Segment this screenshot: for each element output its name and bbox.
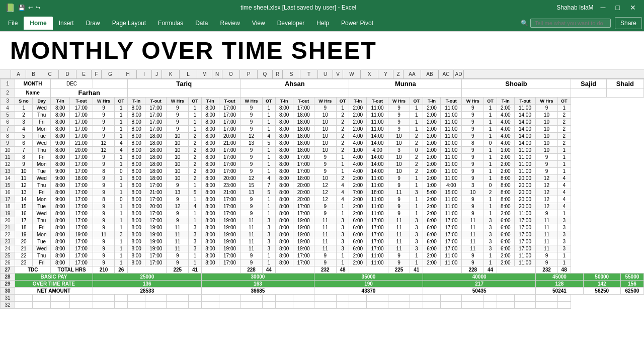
table-row: 52Thu8:0017:00918:0017:00918:0017:00918:… [1, 112, 644, 119]
tab-page-layout[interactable]: Page Layout [106, 17, 152, 30]
table-row: 2421Wed8:0017:00918:0019:001138:0019:001… [1, 245, 644, 252]
ribbon-search-input[interactable] [530, 19, 611, 28]
close-button[interactable]: ✕ [627, 3, 639, 13]
col-header-O: O [222, 70, 240, 78]
tab-draw[interactable]: Draw [80, 17, 106, 30]
window-title: time sheet.xlsx [Last saved by user] - E… [240, 4, 356, 11]
table-row: 118Fri8:0017:00918:0018:001028:0017:0091… [1, 154, 644, 161]
basic-pay-row: 28BASIC PAY25000300003500040000450005000… [1, 274, 644, 281]
table-row: 1613Fri8:0017:00918:0021:001358:0021:001… [1, 189, 644, 196]
col-header-B: B [26, 70, 41, 78]
quick-access-redo[interactable]: ↪ [36, 5, 40, 11]
tdc-row: 27TDCTOTAL HRS21026225412284423248225412… [1, 266, 644, 274]
col-header-S: S [283, 70, 300, 78]
col-header-V: V [333, 70, 343, 78]
user-name: Shahab IslaM [556, 4, 593, 11]
tab-developer[interactable]: Developer [271, 17, 311, 30]
col-header-AD: AD [454, 70, 464, 78]
ot-rate-row: 29OVER TIME RATE136163190217128142156 [1, 281, 644, 288]
table-row: 74Mon8:0017:00918:0017:00918:0017:00918:… [1, 126, 644, 133]
table-row: 2320Tue8:0017:00918:0019:001138:0019:001… [1, 238, 644, 245]
header-row-3: 3S noDayT-inT-outW HrsOTT-inT-outW HrsOT… [1, 98, 644, 105]
table-row: 1815Tue8:0017:00918:0020:001248:0017:009… [1, 203, 644, 210]
table-row: 96Wed9:0021:001248:0018:001028:0021:0013… [1, 140, 644, 147]
tab-data[interactable]: Data [189, 17, 214, 30]
col-header-L: L [180, 70, 197, 78]
table-row: 2623Fri8:0017:00918:0017:00918:0017:0091… [1, 259, 644, 266]
col-header-X: X [361, 70, 378, 78]
title-bar-right: Shahab IslaM ─ □ ✕ [556, 3, 639, 13]
excel-icon: 📗 [5, 3, 15, 13]
table-area[interactable]: 1MONTHDECTariqAhsanMunnaShoaibSajidShaid… [0, 79, 644, 362]
col-header-R: R [273, 70, 283, 78]
ribbon: File Home Insert Draw Page Layout Formul… [0, 15, 644, 32]
tab-file[interactable]: File [2, 17, 24, 30]
tab-review[interactable]: Review [214, 17, 246, 30]
col-header-C: C [41, 70, 59, 78]
tab-home[interactable]: Home [24, 17, 52, 30]
quick-access-save[interactable]: 💾 [18, 5, 25, 11]
col-header-J: J [152, 70, 162, 78]
col-header-D: D [59, 70, 76, 78]
table-row: 2118Fri8:0017:00918:0019:001138:0019:001… [1, 224, 644, 231]
table-row: 63Fri8:0017:00918:0017:00918:0017:00918:… [1, 119, 644, 126]
table-row: 1714Mon9:0017:00808:0017:00918:0017:0091… [1, 196, 644, 203]
net-amount-row: 30NET AMOUNT2853336685433705043550241562… [1, 288, 644, 295]
col-header-I: I [137, 70, 152, 78]
restore-button[interactable]: □ [613, 3, 623, 13]
col-header-W: W [343, 70, 361, 78]
header-row-2: 2NameFarhan [1, 88, 644, 98]
col-header-AB: AB [421, 70, 439, 78]
share-button[interactable]: Share [615, 17, 642, 29]
table-row: 129Mon8:0017:00918:0018:001028:0017:0091… [1, 161, 644, 168]
col-header-G: G [102, 70, 119, 78]
table-row: 1411Wed9:0018:00918:0018:001028:0020:001… [1, 175, 644, 182]
minimize-button[interactable]: ─ [598, 3, 609, 13]
tab-help[interactable]: Help [310, 17, 335, 30]
spreadsheet-container: MONTHLY OVER TIME SHEET ABCDEFGHIJKLMNOP… [0, 32, 644, 362]
search-icon: 🔍 [521, 20, 528, 27]
quick-access-undo[interactable]: ↩ [28, 5, 33, 11]
table-row: 1916Wed8:0017:00918:0017:00918:0017:0091… [1, 210, 644, 217]
col-header-Y: Y [378, 70, 393, 78]
header-row-1: 1MONTHDECTariqAhsanMunnaShoaibSajidShaid [1, 79, 644, 88]
table-row: 2522Thu8:0017:00918:0017:00918:0017:0091… [1, 252, 644, 259]
col-header-M: M [197, 70, 212, 78]
table-row: 107Thu8:0020:001248:0018:001028:0017:009… [1, 147, 644, 154]
col-header-E: E [76, 70, 92, 78]
table-row: 85Tue8:0017:00918:0018:001028:0020:00124… [1, 133, 644, 140]
tab-formulas[interactable]: Formulas [152, 17, 189, 30]
column-headers: ABCDEFGHIJKLMNOPQRSTUVWXYZAAABACAD [0, 70, 644, 79]
col-header-N: N [212, 70, 222, 78]
col-header-Q: Q [258, 70, 273, 78]
col-header-K: K [162, 70, 180, 78]
timesheet-table: 1MONTHDECTariqAhsanMunnaShoaibSajidShaid… [0, 79, 644, 309]
table-row: 2219Mon8:0019:001138:0019:001138:0019:00… [1, 231, 644, 238]
tab-power-pivot[interactable]: Power Pivot [335, 17, 379, 30]
table-row: 1310Tue9:0017:00808:0018:001028:0017:009… [1, 168, 644, 175]
col-header-AA: AA [404, 70, 421, 78]
col-header-Z: Z [393, 70, 404, 78]
table-row: 41Wed8:0017:00918:0017:00918:0017:00918:… [1, 105, 644, 112]
col-header-H: H [119, 70, 137, 78]
tab-insert[interactable]: Insert [53, 17, 80, 30]
col-header-F: F [92, 70, 102, 78]
col-header-A: A [11, 70, 26, 78]
col-header-P: P [240, 70, 258, 78]
table-row: 2017Thu8:0017:00918:0017:00918:0019:0011… [1, 217, 644, 224]
title-bar: 📗 💾 ↩ ↪ time sheet.xlsx [Last saved by u… [0, 0, 644, 15]
sheet-big-title: MONTHLY OVER TIME SHEET [0, 32, 644, 70]
ribbon-search-area: 🔍 [521, 19, 611, 28]
col-header-U: U [318, 70, 333, 78]
ribbon-tab-bar: File Home Insert Draw Page Layout Formul… [0, 15, 644, 31]
title-bar-left: 📗 💾 ↩ ↪ [5, 3, 40, 13]
col-header-T: T [300, 70, 318, 78]
tab-view[interactable]: View [246, 17, 271, 30]
table-row: 1512Thu8:0017:00918:0017:00918:0023:0015… [1, 182, 644, 189]
col-header-AC: AC [439, 70, 454, 78]
